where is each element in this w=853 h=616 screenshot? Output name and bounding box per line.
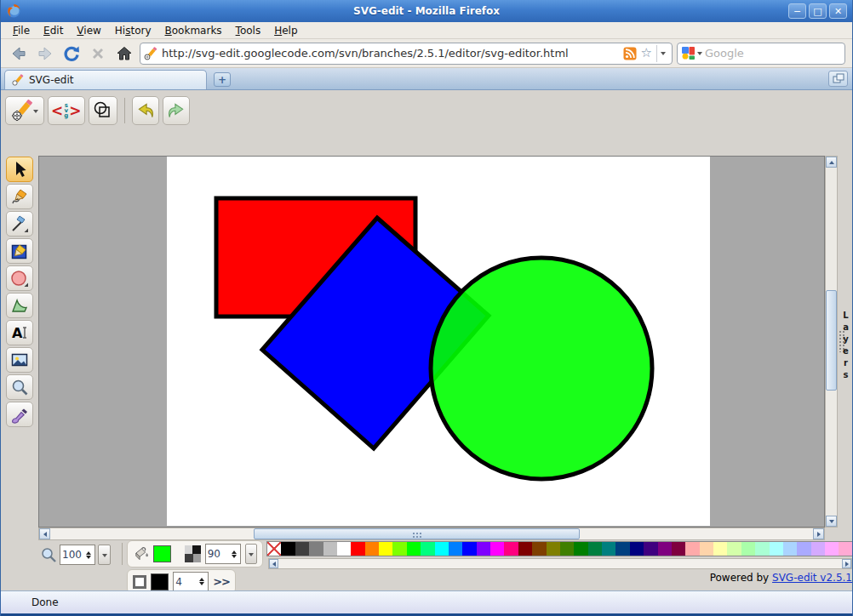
palette-swatch[interactable] [449, 542, 462, 556]
vertical-scroll-thumb[interactable] [826, 290, 837, 391]
palette-swatch[interactable] [309, 542, 323, 556]
shape-circle[interactable] [431, 258, 652, 479]
menu-bookmarks[interactable]: Bookmarks [158, 23, 229, 38]
maximize-button[interactable]: □ [809, 3, 827, 19]
palette-swatch[interactable] [281, 542, 295, 556]
stroke-color-swatch[interactable] [151, 573, 169, 590]
opacity-dropdown-button[interactable] [245, 544, 257, 564]
opacity-spinner[interactable] [205, 544, 241, 564]
palette-swatch[interactable] [421, 542, 434, 556]
vertical-scrollbar[interactable] [825, 156, 838, 528]
url-dropdown-button[interactable] [656, 45, 668, 62]
scroll-left-button[interactable] [39, 528, 50, 539]
menu-edit[interactable]: Edit [37, 23, 70, 38]
rect-tool-button[interactable] [6, 238, 33, 264]
palette-swatch[interactable] [490, 542, 504, 556]
menu-history[interactable]: History [108, 23, 158, 38]
palette-swatch[interactable] [392, 542, 406, 556]
freehand-tool-button[interactable] [6, 184, 33, 209]
spinner-arrows[interactable] [230, 548, 238, 561]
menu-tools[interactable]: Tools [229, 23, 268, 38]
url-input[interactable] [162, 47, 619, 60]
palette-swatch[interactable] [351, 542, 364, 556]
image-tool-button[interactable] [6, 347, 33, 373]
palette-swatch[interactable] [741, 542, 755, 556]
palette-scroll-left-button[interactable] [269, 559, 278, 568]
wireframe-button[interactable] [89, 96, 117, 125]
url-bar[interactable]: ☆ [140, 43, 673, 65]
back-button[interactable] [8, 43, 30, 65]
zoom-value-input[interactable] [62, 549, 84, 561]
fill-color-swatch[interactable] [153, 545, 171, 562]
palette-swatch[interactable] [825, 542, 839, 556]
main-menu-button[interactable] [5, 96, 44, 125]
menu-help[interactable]: Help [267, 23, 304, 38]
scroll-up-button[interactable] [826, 157, 837, 168]
bookmark-star-icon[interactable]: ☆ [641, 47, 652, 60]
spinner-arrows[interactable] [198, 575, 206, 588]
stroke-width-input[interactable] [175, 576, 198, 588]
palette-swatch[interactable] [839, 542, 852, 556]
palette-swatch[interactable] [337, 542, 351, 556]
palette-swatch[interactable] [644, 542, 657, 556]
stop-button[interactable] [87, 43, 109, 65]
palette-swatch[interactable] [518, 542, 532, 556]
zoom-tool-button[interactable] [6, 374, 33, 400]
layers-panel-collapsed[interactable]: Layers [838, 156, 853, 528]
palette-swatch[interactable] [560, 542, 574, 556]
palette-swatch[interactable] [770, 542, 783, 556]
forward-button[interactable] [34, 43, 56, 65]
text-tool-button[interactable]: A [6, 320, 33, 345]
zoom-spinner[interactable] [60, 545, 95, 565]
reload-button[interactable] [60, 43, 83, 65]
palette-swatch[interactable] [797, 542, 810, 556]
palette-swatch[interactable] [588, 542, 602, 556]
rss-icon[interactable] [623, 47, 637, 60]
select-tool-button[interactable] [6, 157, 33, 182]
minimize-button[interactable]: ─ [788, 3, 806, 19]
palette-swatch[interactable] [658, 542, 672, 556]
palette-swatch[interactable] [672, 542, 685, 556]
palette-swatch[interactable] [615, 542, 629, 556]
list-all-tabs-button[interactable] [828, 71, 848, 87]
search-input[interactable] [705, 47, 840, 60]
undo-button[interactable] [132, 96, 159, 125]
scroll-down-button[interactable] [826, 516, 837, 527]
palette-scrollbar[interactable] [268, 558, 852, 569]
palette-swatch[interactable] [630, 542, 644, 556]
palette-swatch[interactable] [407, 542, 421, 556]
palette-swatch[interactable] [574, 542, 587, 556]
eyedropper-tool-button[interactable] [6, 402, 33, 427]
palette-swatch[interactable] [755, 542, 769, 556]
palette-swatch[interactable] [435, 542, 449, 556]
opacity-value-input[interactable] [208, 548, 230, 560]
search-engine-dropdown-icon[interactable] [697, 52, 702, 58]
tab-svg-edit[interactable]: SVG-edit [4, 70, 207, 89]
palette-swatch[interactable] [727, 542, 741, 556]
palette-swatch[interactable] [685, 542, 699, 556]
palette-swatch[interactable] [379, 542, 392, 556]
svg-canvas[interactable] [167, 157, 710, 526]
scroll-right-button[interactable] [813, 528, 824, 539]
edit-source-button[interactable]: <svg> [48, 96, 85, 125]
palette-swatch[interactable] [323, 542, 337, 556]
stroke-style-button[interactable]: >> [213, 575, 230, 588]
palette-swatch[interactable] [295, 542, 309, 556]
workspace[interactable] [38, 156, 825, 528]
horizontal-scrollbar[interactable] [38, 528, 825, 540]
palette-swatch[interactable] [783, 542, 797, 556]
palette-swatch[interactable] [602, 542, 615, 556]
palette-swatch[interactable] [504, 542, 518, 556]
palette-swatch[interactable] [365, 542, 379, 556]
spinner-arrows[interactable] [84, 549, 93, 562]
zoom-dropdown-button[interactable] [98, 545, 111, 565]
ellipse-tool-button[interactable] [6, 265, 33, 291]
palette-swatch[interactable] [477, 542, 490, 556]
palette-swatch[interactable] [713, 542, 727, 556]
search-box[interactable] [677, 43, 845, 65]
layers-panel-label[interactable]: Layers [841, 311, 850, 382]
close-button[interactable]: ✕ [829, 3, 847, 19]
menu-file[interactable]: File [6, 23, 37, 38]
palette-swatch[interactable] [462, 542, 476, 556]
home-button[interactable] [113, 43, 135, 65]
